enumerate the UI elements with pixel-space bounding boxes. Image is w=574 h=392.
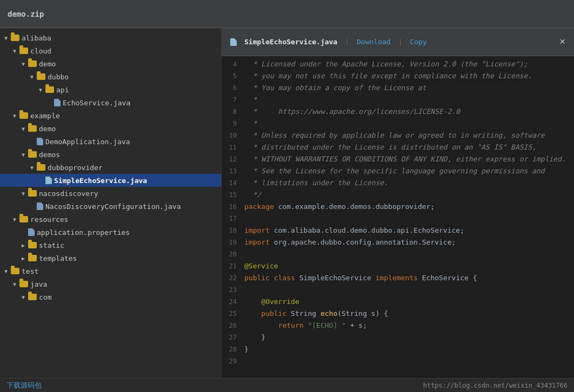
line-number: 21 (222, 260, 244, 272)
code-line-19: 19 import org.apache.dubbo.config.annota… (222, 236, 574, 248)
line-number: 29 (222, 355, 244, 367)
tree-item-com[interactable]: ▼ com (0, 290, 221, 303)
tree-item-templates[interactable]: ▶ templates (0, 252, 221, 265)
tree-label: alibaba (22, 34, 51, 42)
line-content: } (244, 332, 265, 343)
file-icon (28, 228, 35, 236)
tree-item-demos[interactable]: ▼ demos (0, 148, 221, 161)
tree-label: java (30, 280, 47, 288)
tree-label: EchoService.java (63, 99, 130, 107)
file-icon (37, 202, 43, 210)
close-button[interactable]: × (559, 36, 565, 48)
file-icon (37, 138, 43, 145)
tree-label: SimpleEchoService.java (54, 177, 147, 185)
line-number: 24 (222, 296, 244, 308)
tree-item-static[interactable]: ▶ static (0, 239, 221, 252)
arrow-icon: ▼ (13, 281, 19, 287)
line-content: * You may obtain a copy of the License a… (244, 82, 426, 94)
tree-item-nacosdiscoveryconfiguration[interactable]: NacosDiscoveryConfiguration.java (0, 200, 221, 213)
code-line-23: 23 (222, 284, 574, 296)
copy-link[interactable]: Copy (410, 38, 426, 46)
code-line-5: 5 * you may not use this file except in … (222, 70, 574, 82)
arrow-icon: ▼ (30, 74, 37, 80)
folder-icon (28, 125, 37, 132)
line-content: import com.alibaba.cloud.demo.dubbo.api.… (244, 225, 464, 236)
code-line-20: 20 (222, 248, 574, 260)
line-number: 22 (222, 272, 244, 284)
code-line-14: 14 * limitations under the License. (222, 177, 574, 189)
arrow-icon: ▼ (22, 152, 28, 158)
arrow-icon: ▼ (39, 87, 45, 93)
tree-label: dubbo (48, 73, 69, 81)
code-header: SimpleEchoService.java | Download | Copy… (222, 28, 574, 56)
code-panel: SimpleEchoService.java | Download | Copy… (222, 28, 574, 378)
folder-icon (28, 60, 37, 67)
tree-item-echoservice[interactable]: EchoService.java (0, 96, 221, 109)
arrow-icon: ▼ (13, 113, 19, 119)
arrow-icon: ▼ (13, 48, 19, 54)
line-content: * See the License for the specific langu… (244, 165, 545, 177)
line-content: * limitations under the License. (244, 177, 388, 189)
tree-item-example[interactable]: ▼ example (0, 109, 221, 122)
line-content: } (244, 343, 249, 355)
code-line-26: 26 return "[ECHO] " + s; (222, 320, 574, 332)
app-container: demo.zip ▼ alibaba ▼ cloud ▼ demo (0, 0, 574, 392)
tree-item-nacosdiscovery[interactable]: ▼ nacosdiscovery (0, 187, 221, 200)
tree-item-java[interactable]: ▼ java (0, 278, 221, 290)
arrow-icon: ▼ (4, 35, 11, 41)
code-line-18: 18 import com.alibaba.cloud.demo.dubbo.a… (222, 225, 574, 236)
line-number: 13 (222, 165, 244, 177)
tree-label: api (56, 86, 69, 94)
tree-label: templates (39, 254, 77, 262)
tree-item-demoapplication[interactable]: DemoApplication.java (0, 135, 221, 148)
tree-item-alibaba[interactable]: ▼ alibaba (0, 31, 221, 44)
download-source-link[interactable]: 下载源码包 (6, 381, 42, 390)
download-link[interactable]: Download (357, 38, 391, 46)
code-line-6: 6 * You may obtain a copy of the License… (222, 82, 574, 94)
folder-icon (19, 48, 28, 54)
folder-icon (28, 294, 37, 300)
folder-icon (11, 268, 19, 274)
folder-icon (28, 190, 37, 197)
line-content: @Service (244, 260, 278, 272)
tree-item-cloud[interactable]: ▼ cloud (0, 44, 221, 57)
tree-label: nacosdiscovery (39, 190, 98, 198)
tree-item-dubboprovider[interactable]: ▼ dubboprovider (0, 161, 221, 174)
folder-icon (19, 112, 28, 119)
line-number: 19 (222, 236, 244, 248)
arrow-icon: ▼ (13, 217, 19, 222)
line-number: 14 (222, 177, 244, 189)
tree-item-demo2[interactable]: ▼ demo (0, 122, 221, 135)
tree-item-applicationproperties[interactable]: application.properties (0, 226, 221, 239)
tree-label: demos (39, 151, 60, 159)
header-bar: demo.zip (0, 0, 574, 28)
folder-icon (45, 86, 54, 93)
code-line-16: 16 package com.example.demo.demos.dubbop… (222, 201, 574, 213)
line-number: 11 (222, 141, 244, 153)
tree-label: dubboprovider (48, 164, 103, 172)
tree-item-simpleechoservice[interactable]: SimpleEchoService.java (0, 174, 221, 187)
line-number: 18 (222, 225, 244, 236)
tree-label: demo (39, 60, 56, 68)
folder-icon (28, 242, 37, 248)
tree-label: NacosDiscoveryConfiguration.java (45, 202, 181, 211)
arrow-icon: ▼ (22, 191, 28, 197)
tree-item-resources[interactable]: ▼ resources (0, 213, 221, 226)
tree-item-api[interactable]: ▼ api (0, 83, 221, 96)
code-line-29: 29 (222, 355, 574, 367)
line-number: 16 (222, 201, 244, 213)
tree-item-demo[interactable]: ▼ demo (0, 57, 221, 70)
code-file-icon (230, 38, 237, 46)
code-line-11: 11 * distributed under the License is di… (222, 141, 574, 153)
tree-item-dubbo[interactable]: ▼ dubbo (0, 70, 221, 83)
file-icon (45, 177, 52, 184)
folder-icon (19, 216, 28, 222)
tree-label: test (22, 267, 38, 275)
tree-item-test[interactable]: ▼ test (0, 265, 221, 278)
arrow-icon: ▶ (22, 255, 28, 261)
folder-icon (11, 35, 19, 41)
line-content: * Licensed under the Apache License, Ver… (244, 58, 528, 70)
footer-bar: 下载源码包 https://blog.csdn.net/weixin_43431… (0, 378, 574, 392)
code-line-7: 7 * (222, 94, 574, 106)
line-content: * WITHOUT WARRANTIES OR CONDITIONS OF AN… (244, 153, 566, 165)
